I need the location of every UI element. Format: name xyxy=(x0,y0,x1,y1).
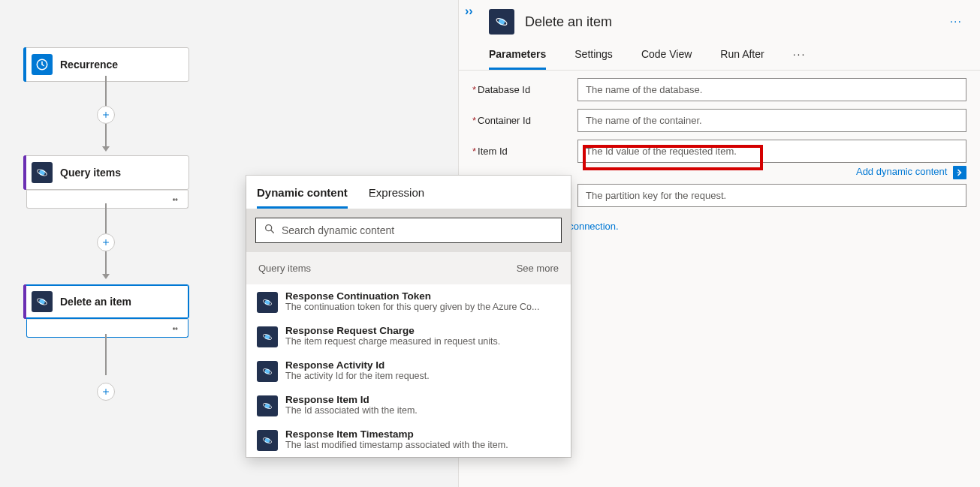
svg-point-5 xyxy=(499,19,505,25)
dc-item-desc: The item request charge measured in requ… xyxy=(285,336,500,347)
dc-item-desc: The continuation token for this query gi… xyxy=(285,302,539,312)
popup-search-wrap xyxy=(246,209,571,252)
container-id-input[interactable] xyxy=(577,109,966,132)
node-label: Query items xyxy=(60,167,121,179)
dc-item-title: Response Continuation Token xyxy=(285,290,539,302)
svg-point-8 xyxy=(265,300,270,305)
node-footer-query[interactable] xyxy=(26,190,188,209)
cosmos-icon xyxy=(32,291,53,312)
tab-settings[interactable]: Settings xyxy=(574,48,613,70)
node-label: Recurrence xyxy=(60,59,118,71)
field-label: *Container Id xyxy=(472,115,577,126)
connector-line xyxy=(105,334,107,375)
arrowhead-icon xyxy=(102,146,110,152)
item-id-input[interactable] xyxy=(577,140,966,163)
connector-line xyxy=(105,76,107,106)
dc-item-activity-id[interactable]: Response Activity Id The activity Id for… xyxy=(246,353,571,388)
tab-dynamic-content[interactable]: Dynamic content xyxy=(257,186,348,209)
cosmos-icon xyxy=(257,361,278,382)
database-id-input[interactable] xyxy=(577,78,966,101)
svg-point-7 xyxy=(266,225,272,231)
connector-line xyxy=(105,203,107,233)
panel-title: Delete an item xyxy=(525,14,944,30)
node-accent xyxy=(23,155,26,190)
dynamic-content-popup: Dynamic content Expression Query items S… xyxy=(246,176,571,457)
search-icon xyxy=(264,223,282,238)
panel-header: Delete an item ··· xyxy=(459,0,980,41)
svg-point-14 xyxy=(265,404,270,409)
link-icon xyxy=(170,193,180,206)
field-container-id: *Container Id xyxy=(459,101,980,132)
node-query-items[interactable]: Query items xyxy=(23,155,189,190)
tab-parameters[interactable]: Parameters xyxy=(489,48,546,70)
dc-item-title: Response Request Charge xyxy=(285,325,500,336)
dc-item-title: Response Item Id xyxy=(285,394,418,405)
add-dynamic-content-button[interactable] xyxy=(953,166,966,179)
popup-search-box[interactable] xyxy=(255,218,562,243)
dc-item-desc: The activity Id for the item request. xyxy=(285,371,430,381)
node-footer-delete[interactable] xyxy=(26,319,188,338)
svg-point-3 xyxy=(39,299,45,305)
node-delete-item[interactable]: Delete an item xyxy=(23,284,189,319)
field-label: *Item Id xyxy=(472,146,577,157)
node-label: Delete an item xyxy=(60,296,131,308)
cosmos-icon xyxy=(489,9,514,35)
popup-search-input[interactable] xyxy=(282,224,553,236)
cosmos-icon xyxy=(257,292,278,313)
link-icon xyxy=(170,322,180,335)
tab-runafter[interactable]: Run After xyxy=(720,48,764,70)
cosmos-icon xyxy=(257,326,278,347)
node-accent xyxy=(23,47,26,82)
panel-tabs: Parameters Settings Code View Run After … xyxy=(459,41,980,71)
collapse-button[interactable]: ›› xyxy=(465,5,473,18)
cosmos-icon xyxy=(257,430,278,451)
dc-item-desc: The last modified timestamp associated w… xyxy=(285,440,508,450)
field-label: *Database Id xyxy=(472,84,577,95)
node-accent xyxy=(23,284,26,319)
dc-item-item-timestamp[interactable]: Response Item Timestamp The last modifie… xyxy=(246,422,571,457)
cosmos-icon xyxy=(257,395,278,416)
connector-line xyxy=(105,124,107,146)
partition-key-input[interactable] xyxy=(577,184,966,207)
dc-item-request-charge[interactable]: Response Request Charge The item request… xyxy=(246,319,571,353)
popup-group-header: Query items See more xyxy=(246,252,571,284)
field-database-id: *Database Id xyxy=(459,71,980,101)
dc-item-item-id[interactable]: Response Item Id The Id associated with … xyxy=(246,388,571,422)
popup-group-label: Query items xyxy=(258,263,311,274)
dc-item-desc: The Id associated with the item. xyxy=(285,405,418,416)
tab-expression[interactable]: Expression xyxy=(369,186,424,209)
cosmos-icon xyxy=(32,162,53,183)
field-item-id: *Item Id xyxy=(459,132,980,163)
connector-line xyxy=(105,251,107,274)
recurrence-icon xyxy=(32,54,53,75)
dc-item-title: Response Activity Id xyxy=(285,359,430,371)
add-step-button[interactable] xyxy=(97,383,115,401)
panel-more-button[interactable]: ··· xyxy=(944,12,968,32)
dc-item-title: Response Item Timestamp xyxy=(285,428,508,440)
svg-point-10 xyxy=(265,335,270,340)
dc-item-continuation-token[interactable]: Response Continuation Token The continua… xyxy=(246,284,571,319)
add-step-button[interactable] xyxy=(97,233,115,251)
add-step-button[interactable] xyxy=(97,106,115,124)
add-dynamic-content-link[interactable]: Add dynamic content xyxy=(856,166,947,177)
svg-point-1 xyxy=(39,170,45,176)
arrowhead-icon xyxy=(102,274,110,279)
svg-point-16 xyxy=(265,438,270,443)
tab-more[interactable]: ··· xyxy=(793,48,807,70)
popup-tabs: Dynamic content Expression xyxy=(246,176,571,209)
svg-point-12 xyxy=(265,369,270,374)
tab-codeview[interactable]: Code View xyxy=(641,48,692,70)
see-more-button[interactable]: See more xyxy=(517,263,559,274)
